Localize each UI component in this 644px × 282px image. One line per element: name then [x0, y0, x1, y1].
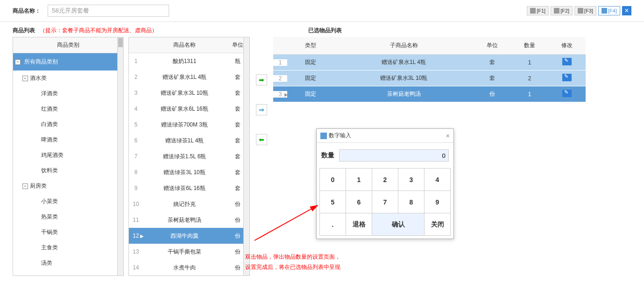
tree-item[interactable]: −厨房类 [13, 178, 123, 194]
numpad-key-2[interactable]: 2 [372, 169, 398, 191]
f1-button[interactable]: [F1] [527, 6, 549, 15]
tree-item[interactable]: 小菜类 [13, 194, 123, 209]
tree-item[interactable]: 啤酒类 [13, 132, 123, 148]
selected-row-num: 3▶ [273, 91, 287, 98]
product-row[interactable]: 11茶树菇老鸭汤份 [129, 212, 249, 228]
product-row-num: 2 [129, 74, 143, 80]
numpad-confirm-button[interactable]: 确认 [372, 213, 425, 236]
tree-item[interactable]: 鸡尾酒类 [13, 148, 123, 163]
minus-icon [554, 8, 559, 14]
move-all-right-button[interactable]: ⇒ [256, 104, 267, 115]
selected-header-edit: 修改 [548, 39, 586, 52]
selected-row-edit[interactable] [548, 90, 586, 99]
tree-item[interactable]: −所有商品类别 [13, 53, 123, 70]
move-right-button[interactable]: ➡ [256, 74, 267, 85]
numpad-backspace-button[interactable]: 退格 [346, 213, 372, 236]
tree-toggle-icon[interactable]: − [22, 183, 28, 189]
product-row[interactable]: 13干锅手撕包菜份 [129, 244, 249, 260]
pencil-icon [562, 74, 572, 81]
numpad-key-9[interactable]: 9 [425, 191, 451, 213]
header-row: 商品列表 （提示：套餐子商品不能为开房配送、虚商品） 已选物品列表 [0, 22, 644, 37]
numpad-key-dot[interactable]: . [320, 213, 346, 236]
tree-item[interactable]: 主食类 [13, 240, 123, 255]
tree-item-label: 啤酒类 [41, 136, 58, 144]
move-left-button[interactable]: ⬅ [256, 134, 267, 145]
product-row-num: 3 [129, 90, 143, 96]
product-row[interactable]: 5赠送绿茶700M 3瓶套 [129, 117, 249, 133]
numpad-close-button-2[interactable]: 关闭 [425, 213, 451, 236]
tree-item[interactable]: 热菜类 [13, 209, 123, 225]
product-row-num: 14 [129, 264, 143, 271]
selected-row-qty: 1 [511, 59, 548, 66]
numpad-key-1[interactable]: 1 [346, 169, 372, 191]
tree-item[interactable]: 汤类 [13, 255, 123, 271]
f3-button[interactable]: [F3] [574, 6, 596, 15]
product-row-num: 12▶ [129, 233, 143, 239]
product-row[interactable]: 14水煮牛肉份 [129, 260, 249, 275]
transfer-buttons: ➡ ⇒ ⬅ [250, 37, 273, 276]
selected-row-qty: 1 [511, 91, 548, 98]
numpad-icon [320, 133, 327, 139]
tree-item[interactable]: 红酒类 [13, 101, 123, 117]
product-name-input[interactable] [48, 5, 169, 17]
numpad-dialog: 数字输入 × 数量 0 1 2 3 4 5 6 7 8 9 . 退格 确认 关闭 [316, 128, 454, 239]
product-row-unit: 套 [226, 89, 249, 97]
selected-row[interactable]: 2固定赠送矿泉水3L 10瓶套2 [273, 70, 586, 86]
product-row[interactable]: 4赠送矿泉水6L 16瓶套 [129, 101, 249, 117]
product-row[interactable]: 9赠送绿茶6L 16瓶套 [129, 180, 249, 196]
selected-row-num: 2 [273, 75, 287, 82]
pencil-icon [562, 58, 572, 65]
product-row-num: 9 [129, 185, 143, 191]
tree-item[interactable]: 干锅类 [13, 225, 123, 240]
product-row-unit: 套 [226, 137, 249, 145]
f2-button[interactable]: [F2] [551, 6, 573, 15]
selected-header-unit: 单位 [474, 39, 511, 52]
numpad-key-7[interactable]: 7 [372, 191, 398, 213]
selected-row[interactable]: 1固定赠送矿泉水1L 4瓶套1 [273, 55, 586, 70]
numpad-key-3[interactable]: 3 [398, 169, 425, 191]
product-row-name: 西湖牛肉羹 [143, 232, 226, 240]
selected-row-edit[interactable] [548, 74, 586, 83]
list-icon [602, 8, 607, 14]
products-header-unit: 单位 [226, 37, 249, 53]
numpad-key-0[interactable]: 0 [320, 169, 346, 191]
selected-row[interactable]: 3▶固定茶树菇老鸭汤份1 [273, 86, 586, 102]
tree-item[interactable]: 饮料类 [13, 163, 123, 178]
products-panel: 商品名称 单位 1酸奶1311瓶2赠送矿泉水1L 4瓶套3赠送矿泉水3L 10瓶… [128, 37, 250, 276]
tree-item-label: 热菜类 [41, 213, 58, 221]
product-row[interactable]: 3赠送矿泉水3L 10瓶套 [129, 85, 249, 101]
tree-toggle-icon[interactable]: − [22, 76, 28, 81]
product-row-name: 赠送矿泉水3L 10瓶 [143, 89, 226, 97]
numpad-qty-input[interactable] [339, 149, 449, 162]
top-right-buttons: [F1] [F2] [F3] [F4] × [527, 6, 631, 15]
tree-toggle-icon[interactable]: − [15, 59, 21, 65]
product-row[interactable]: 6赠送绿茶1L 4瓶套 [129, 133, 249, 148]
product-row-name: 茶树菇老鸭汤 [143, 216, 226, 224]
selected-row-type: 固定 [287, 90, 334, 98]
product-row-num: 7 [129, 153, 143, 160]
product-row[interactable]: 8赠送绿茶3L 10瓶套 [129, 164, 249, 180]
product-row[interactable]: 12▶西湖牛肉羹份 [129, 228, 249, 244]
product-row[interactable]: 7赠送绿茶1.5L 6瓶套 [129, 148, 249, 164]
tree-item[interactable]: 洋酒类 [13, 86, 123, 101]
edit-icon [578, 8, 583, 14]
product-row[interactable]: 2赠送矿泉水1L 4瓶套 [129, 69, 249, 85]
product-row[interactable]: 10姚记扑克份 [129, 196, 249, 212]
selected-row-edit[interactable] [548, 58, 586, 67]
row-arrow-icon: ▶ [140, 233, 144, 239]
tree-item-label: 洋酒类 [41, 90, 58, 98]
tree-item[interactable]: 白酒类 [13, 117, 123, 132]
tree-item[interactable]: −酒水类 [13, 70, 123, 86]
numpad-key-4[interactable]: 4 [425, 169, 451, 191]
pencil-icon [562, 90, 572, 97]
numpad-key-5[interactable]: 5 [320, 191, 346, 213]
product-row-unit: 套 [226, 153, 249, 161]
numpad-key-6[interactable]: 6 [346, 191, 372, 213]
numpad-key-8[interactable]: 8 [398, 191, 425, 213]
scroll-thumb[interactable] [118, 38, 123, 47]
f4-button[interactable]: [F4] [598, 6, 620, 15]
product-row-name: 干锅手撕包菜 [143, 248, 226, 256]
numpad-close-button[interactable]: × [446, 132, 450, 140]
product-row[interactable]: 1酸奶1311瓶 [129, 53, 249, 69]
close-button[interactable]: × [622, 6, 631, 15]
